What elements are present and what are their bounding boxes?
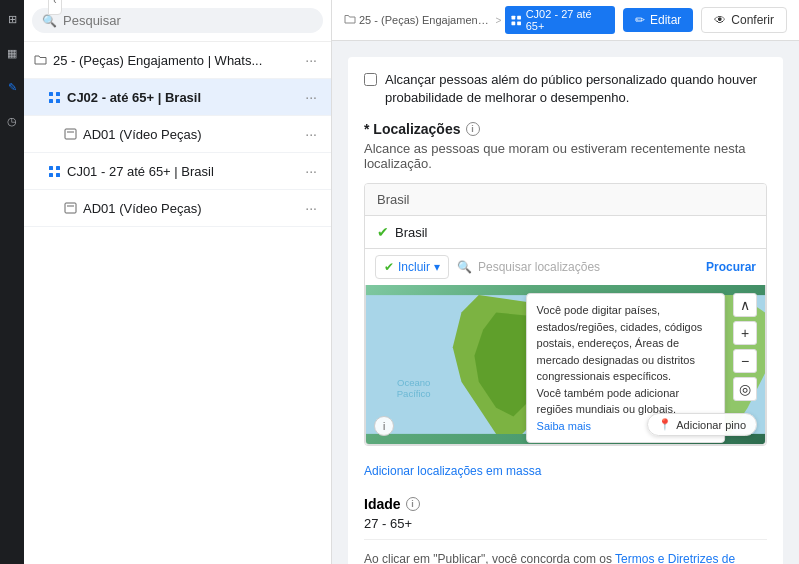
adset-item-2[interactable]: CJ01 - 27 até 65+ | Brasil ··· [24, 153, 331, 190]
age-title: Idade i [364, 496, 767, 512]
age-section: Idade i 27 - 65+ [364, 496, 767, 531]
map-zoom-minus-btn[interactable]: − [733, 349, 757, 373]
adset-label-1: CJ02 - até 65+ | Brasil [67, 90, 295, 105]
svg-rect-7 [56, 166, 60, 170]
more-menu-ad-2[interactable]: ··· [301, 198, 321, 218]
procurar-button[interactable]: Procurar [706, 260, 756, 274]
campaign-item-1[interactable]: 25 - (Peças) Engajamento | Whats... ··· [24, 42, 331, 79]
more-menu-adset-2[interactable]: ··· [301, 161, 321, 181]
include-button[interactable]: ✔ Incluir ▾ [375, 255, 449, 279]
more-menu-adset-1[interactable]: ··· [301, 87, 321, 107]
svg-rect-8 [49, 173, 53, 177]
svg-rect-10 [65, 203, 76, 213]
svg-rect-12 [512, 15, 516, 19]
breadcrumb-item-1: 25 - (Peças) Engajamento | Whats [344, 14, 491, 27]
top-actions: ✏ Editar 👁 Conferir [623, 7, 787, 33]
expand-audience-checkbox[interactable] [364, 73, 377, 86]
ad-item-1[interactable]: AD01 (Vídeo Peças) ··· [24, 116, 331, 153]
include-bar: ✔ Incluir ▾ 🔍 Pesquisar localizações Pro… [365, 248, 766, 285]
svg-rect-0 [49, 92, 53, 96]
folder-icon [34, 54, 47, 66]
search-input[interactable] [63, 13, 313, 28]
ad-icon-1 [64, 128, 77, 140]
map-zoom-in-btn[interactable]: + [733, 321, 757, 345]
top-bar: 25 - (Peças) Engajamento | Whats > CJ02 … [332, 0, 799, 41]
tooltip-text: Você pode digitar países, estados/regiõe… [537, 304, 703, 415]
sidebar-collapse-btn[interactable]: ‹ [48, 0, 62, 15]
locations-info-icon[interactable]: i [466, 122, 480, 136]
ad-label-2: AD01 (Vídeo Peças) [83, 201, 295, 216]
location-search-icon: 🔍 [457, 260, 472, 274]
edit-button[interactable]: ✏ Editar [623, 8, 693, 32]
svg-rect-1 [56, 92, 60, 96]
tooltip-saiba-mais-link[interactable]: Saiba mais [537, 420, 591, 432]
breadcrumb-separator: > [495, 15, 501, 26]
home-icon[interactable]: ⊞ [3, 10, 21, 28]
publish-notice: Ao clicar em "Publicar", você concorda c… [364, 539, 767, 564]
adset-icon-2 [48, 165, 61, 178]
audience-section: Alcançar pessoas além do público persona… [348, 57, 783, 564]
clock-icon[interactable]: ◷ [3, 112, 21, 130]
svg-rect-6 [49, 166, 53, 170]
campaign-label-1: 25 - (Peças) Engajamento | Whats... [53, 53, 295, 68]
breadcrumb-item-2: CJ02 - 27 até 65+ [505, 6, 615, 34]
include-check-icon: ✔ [384, 260, 394, 274]
adset-label-2: CJ01 - 27 até 65+ | Brasil [67, 164, 295, 179]
ad-item-2[interactable]: AD01 (Vídeo Peças) ··· [24, 190, 331, 227]
map-area: Oceano Pacífico Oceano Atlântico AFRICA … [365, 285, 766, 445]
ad-icon-2 [64, 202, 77, 214]
search-icon: 🔍 [42, 14, 57, 28]
map-target-btn[interactable]: ◎ [733, 377, 757, 401]
add-pin-button[interactable]: 📍 Adicionar pino [647, 413, 757, 436]
expand-audience-label: Alcançar pessoas além do público persona… [385, 71, 767, 107]
sidebar-icons: ⊞ ▦ ✎ ◷ [0, 0, 24, 564]
age-value: 27 - 65+ [364, 516, 767, 531]
svg-rect-14 [512, 21, 516, 25]
campaign-panel: 🔍 25 - (Peças) Engajamento | Whats... ··… [24, 0, 332, 564]
pin-icon: 📍 [658, 418, 672, 431]
edit-icon[interactable]: ✎ [3, 78, 21, 96]
chart-icon[interactable]: ▦ [3, 44, 21, 62]
breadcrumb-label-2: CJ02 - 27 até 65+ [526, 8, 609, 32]
detail-panel: 25 - (Peças) Engajamento | Whats > CJ02 … [332, 0, 799, 564]
map-controls: ∧ + − ◎ [733, 293, 757, 401]
adset-item-1[interactable]: CJ02 - até 65+ | Brasil ··· [24, 79, 331, 116]
svg-rect-4 [65, 129, 76, 139]
svg-text:Oceano: Oceano [397, 378, 430, 389]
conferir-button[interactable]: 👁 Conferir [701, 7, 787, 33]
location-box: Brasil ✔ Brasil ✔ Incluir ▾ 🔍 Pesquisar … [364, 183, 767, 446]
map-zoom-out-btn[interactable]: ∧ [733, 293, 757, 317]
include-chevron-icon: ▾ [434, 260, 440, 274]
adset-icon-1 [48, 91, 61, 104]
svg-text:Pacífico: Pacífico [397, 389, 431, 400]
search-wrapper: 🔍 [32, 8, 323, 33]
eye-icon: 👁 [714, 13, 726, 27]
svg-rect-2 [49, 99, 53, 103]
locations-title: * Localizações i [364, 121, 767, 137]
location-search: 🔍 Pesquisar localizações [457, 260, 698, 274]
svg-rect-3 [56, 99, 60, 103]
breadcrumb-label-1: 25 - (Peças) Engajamento | Whats [359, 14, 491, 26]
expand-audience-row: Alcançar pessoas além do público persona… [364, 71, 767, 107]
search-bar: 🔍 [24, 0, 331, 42]
svg-rect-15 [517, 21, 521, 25]
location-tag: ✔ Brasil [365, 216, 766, 248]
svg-rect-13 [517, 15, 521, 19]
more-menu-1[interactable]: ··· [301, 50, 321, 70]
svg-rect-9 [56, 173, 60, 177]
more-menu-ad-1[interactable]: ··· [301, 124, 321, 144]
location-check-icon: ✔ [377, 224, 389, 240]
breadcrumb: 25 - (Peças) Engajamento | Whats > CJ02 … [344, 6, 615, 34]
campaign-list: 25 - (Peças) Engajamento | Whats... ··· … [24, 42, 331, 564]
location-header: Brasil [365, 184, 766, 216]
main-content: Alcançar pessoas além do público persona… [332, 41, 799, 564]
edit-pencil-icon: ✏ [635, 13, 645, 27]
breadcrumb-folder-icon [344, 14, 356, 27]
ad-label-1: AD01 (Vídeo Peças) [83, 127, 295, 142]
locations-desc: Alcance as pessoas que moram ou estivera… [364, 141, 767, 171]
bulk-locations-link[interactable]: Adicionar localizações em massa [364, 458, 767, 488]
age-info-icon[interactable]: i [406, 497, 420, 511]
